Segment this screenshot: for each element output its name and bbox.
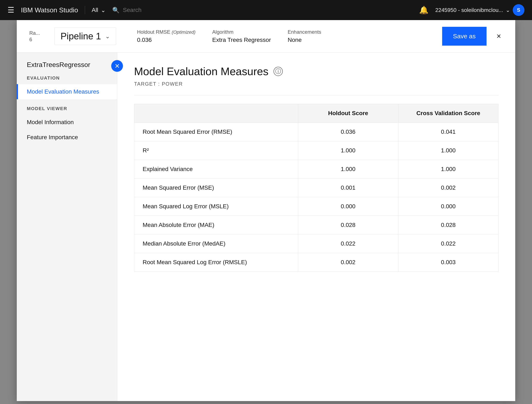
evaluation-table: Holdout Score Cross Validation Score Roo…: [134, 104, 499, 272]
pipeline-selector[interactable]: Pipeline 1 ⌄: [54, 27, 116, 45]
enhancements-value: None: [288, 37, 321, 43]
main-background: Ra... 6 Pipeline 1 ⌄ Holdout RMSE (Optim…: [0, 20, 532, 404]
sidebar-item-label: Model Evaluation Measures: [27, 88, 99, 95]
holdout-score-cell: 1.000: [298, 160, 398, 179]
table-row: R²1.0001.000: [134, 141, 499, 160]
enhancements-metric: Enhancements None: [288, 29, 321, 43]
user-chevron-icon: ⌄: [506, 7, 510, 13]
cv-score-cell: 0.022: [398, 234, 498, 253]
nav-actions: 🔔 2245950 - soleilonibmclou... ⌄ S: [419, 4, 525, 16]
search-icon: 🔍: [112, 7, 120, 14]
avatar-initials: S: [517, 7, 520, 13]
notification-bell-icon[interactable]: 🔔: [419, 6, 429, 14]
enhancements-label: Enhancements: [288, 29, 321, 35]
metric-cell: Mean Squared Error (MSE): [134, 179, 298, 197]
pipeline-chevron-icon: ⌄: [105, 33, 110, 40]
table-row: Median Absolute Error (MedAE)0.0220.022: [134, 234, 499, 253]
metric-cell: Root Mean Squared Error (RMSE): [134, 123, 298, 141]
table-header-row: Holdout Score Cross Validation Score: [134, 104, 499, 123]
metric-cell: Median Absolute Error (MedAE): [134, 234, 298, 253]
rank-value: 6: [29, 36, 46, 43]
avatar: S: [513, 4, 525, 16]
metric-cell: R²: [134, 141, 298, 160]
cv-score-cell: 0.028: [398, 216, 498, 234]
algorithm-label: Algorithm: [212, 29, 271, 35]
user-menu[interactable]: 2245950 - soleilonibmclou... ⌄ S: [435, 4, 525, 16]
holdout-score-cell: 0.036: [298, 123, 398, 141]
col-holdout-header: Holdout Score: [298, 104, 398, 123]
algorithm-value: Extra Trees Regressor: [212, 37, 271, 43]
sidebar-item-model-evaluation-measures[interactable]: Model Evaluation Measures: [17, 84, 117, 99]
app-brand: IBM Watson Studio: [21, 6, 78, 14]
modal-header: Ra... 6 Pipeline 1 ⌄ Holdout RMSE (Optim…: [17, 20, 515, 52]
all-label: All: [92, 7, 98, 13]
all-chevron-icon: ⌄: [101, 7, 106, 14]
rank-label: Ra...: [29, 30, 46, 36]
cv-score-cell: 1.000: [398, 160, 498, 179]
modal-body: ExtraTreesRegressor ✕ EVALUATION Model E…: [17, 52, 515, 401]
table-row: Mean Squared Error (MSE)0.0010.002: [134, 179, 499, 197]
all-dropdown[interactable]: All ⌄: [92, 7, 106, 14]
page-title: Model Evaluation Measures: [134, 65, 269, 78]
top-navigation: ☰ IBM Watson Studio All ⌄ 🔍 🔔 2245950 - …: [0, 0, 532, 20]
pipeline-rank: Ra... 6: [29, 30, 46, 43]
holdout-rmse-metric: Holdout RMSE (Optimized) 0.036: [137, 29, 195, 43]
algorithm-metric: Algorithm Extra Trees Regressor: [212, 29, 271, 43]
sidebar-item-feature-importance[interactable]: Feature Importance: [17, 130, 117, 145]
cv-score-cell: 0.003: [398, 253, 498, 272]
cv-score-cell: 0.002: [398, 179, 498, 197]
holdout-score-cell: 0.000: [298, 197, 398, 216]
holdout-score-cell: 0.028: [298, 216, 398, 234]
page-title-row: Model Evaluation Measures ⓘ: [134, 65, 499, 78]
table-row: Mean Squared Log Error (MSLE)0.0000.000: [134, 197, 499, 216]
close-circle-button[interactable]: ✕: [111, 60, 123, 72]
user-label: 2245950 - soleilonibmclou...: [435, 7, 503, 13]
metric-cell: Explained Variance: [134, 160, 298, 179]
pipeline-name: Pipeline 1: [61, 31, 101, 41]
table-row: Mean Absolute Error (MAE)0.0280.028: [134, 216, 499, 234]
table-row: Explained Variance1.0001.000: [134, 160, 499, 179]
pipeline-modal: Ra... 6 Pipeline 1 ⌄ Holdout RMSE (Optim…: [17, 20, 515, 401]
metric-cell: Root Mean Squared Log Error (RMSLE): [134, 253, 298, 272]
holdout-rmse-value: 0.036: [137, 37, 195, 43]
sidebar-item-label: Feature Importance: [27, 134, 78, 140]
model-viewer-section-label: MODEL VIEWER: [17, 99, 117, 115]
search-input[interactable]: [123, 7, 186, 13]
info-icon[interactable]: ⓘ: [274, 67, 283, 76]
hamburger-menu-icon[interactable]: ☰: [7, 6, 14, 14]
holdout-score-cell: 0.002: [298, 253, 398, 272]
section-divider: [134, 95, 499, 95]
col-metric-header: [134, 104, 298, 123]
sidebar-item-model-information[interactable]: Model Information: [17, 115, 117, 130]
col-cv-header: Cross Validation Score: [398, 104, 498, 123]
save-as-button[interactable]: Save as: [442, 27, 487, 46]
cv-score-cell: 1.000: [398, 141, 498, 160]
metric-cell: Mean Squared Log Error (MSLE): [134, 197, 298, 216]
holdout-score-cell: 0.022: [298, 234, 398, 253]
holdout-score-cell: 1.000: [298, 141, 398, 160]
table-row: Root Mean Squared Error (RMSE)0.0360.041: [134, 123, 499, 141]
search-area: 🔍: [112, 7, 412, 14]
holdout-score-cell: 0.001: [298, 179, 398, 197]
metric-cell: Mean Absolute Error (MAE): [134, 216, 298, 234]
cv-score-cell: 0.041: [398, 123, 498, 141]
sidebar-item-label: Model Information: [27, 119, 74, 125]
main-content: Model Evaluation Measures ⓘ TARGET : POW…: [117, 52, 515, 401]
sidebar: ExtraTreesRegressor ✕ EVALUATION Model E…: [17, 52, 117, 401]
holdout-rmse-label: Holdout RMSE (Optimized): [137, 29, 195, 35]
close-modal-button[interactable]: ×: [495, 30, 503, 42]
modal-overlay: Ra... 6 Pipeline 1 ⌄ Holdout RMSE (Optim…: [0, 20, 532, 404]
target-label: TARGET : POWER: [134, 81, 499, 87]
sidebar-model-name: ExtraTreesRegressor: [17, 61, 100, 75]
table-row: Root Mean Squared Log Error (RMSLE)0.002…: [134, 253, 499, 272]
cv-score-cell: 0.000: [398, 197, 498, 216]
header-metrics: Holdout RMSE (Optimized) 0.036 Algorithm…: [137, 29, 321, 43]
